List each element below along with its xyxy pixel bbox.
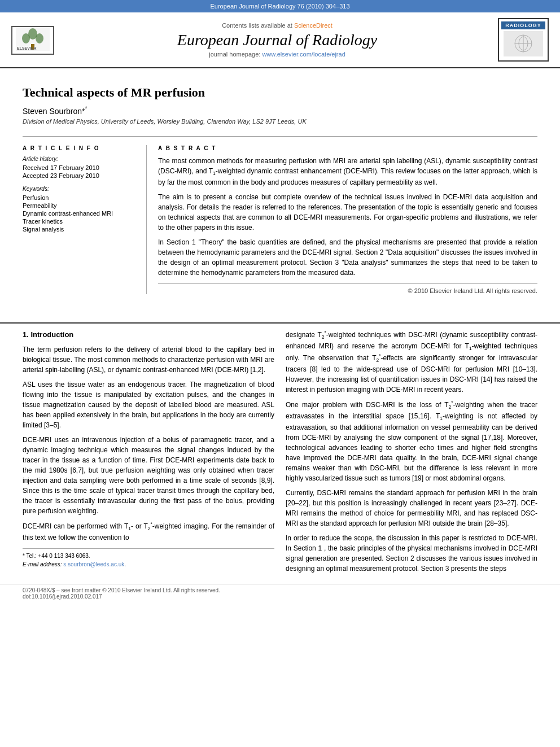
article-author: Steven Sourbron**	[23, 106, 537, 116]
sciencedirect-line: Contents lists available at ScienceDirec…	[56, 22, 498, 29]
article-info-label: A R T I C L E I N F O	[23, 145, 138, 151]
article-content: Technical aspects of MR perfusion Steven…	[0, 68, 560, 317]
keywords-label: Keywords:	[23, 186, 138, 192]
keyword-4: Signal analysis	[23, 226, 138, 233]
article-meta-section: A R T I C L E I N F O Article history: R…	[23, 136, 537, 294]
body-right-para-1: One major problem with DSC-MRI is the lo…	[286, 399, 537, 483]
accepted-date: Accepted 23 February 2010	[23, 172, 138, 179]
copyright: © 2010 Elsevier Ireland Ltd. All rights …	[158, 283, 537, 294]
footnote-2: E-mail address: s.sourbron@leeds.ac.uk.	[23, 560, 274, 569]
doi-line: doi:10.1016/j.ejrad.2010.02.017	[23, 593, 537, 600]
body-left-para-0: The term perfusion refers to the deliver…	[23, 344, 274, 375]
body-left-col: 1. Introduction The term perfusion refer…	[23, 329, 274, 578]
top-bar: European Journal of Radiology 76 (2010) …	[0, 0, 560, 12]
radiology-logo-title: RADIOLOGY	[501, 21, 545, 29]
abstract-para-0: The most common methods for measuring pe…	[158, 156, 537, 187]
body-columns: 1. Introduction The term perfusion refer…	[0, 329, 560, 578]
sciencedirect-link[interactable]: ScienceDirect	[294, 22, 333, 29]
journal-homepage: journal homepage: www.elsevier.com/locat…	[56, 51, 498, 58]
top-bar-text: European Journal of Radiology 76 (2010) …	[210, 3, 349, 10]
body-left-para-3: DCE-MRI can be performed with T1- or T2*…	[23, 521, 274, 543]
elsevier-name: ELSEVIER	[16, 28, 50, 53]
abstract-col: A B S T R A C T The most common methods …	[158, 145, 537, 294]
main-divider	[0, 322, 560, 324]
footnote-1: * Tel.: +44 0 113 343 6063.	[23, 552, 274, 560]
journal-url[interactable]: www.elsevier.com/locate/ejrad	[262, 51, 345, 58]
abstract-label: A B S T R A C T	[158, 145, 537, 151]
radiology-logo-image	[504, 31, 543, 56]
abstract-para-1: The aim is to present a concise but comp…	[158, 192, 537, 233]
body-left-para-2: DCE-MRI uses an intravenous injection of…	[23, 435, 274, 516]
body-right-para-3: In order to reduce the scope, the discus…	[286, 533, 537, 574]
radiology-logo: RADIOLOGY	[498, 18, 549, 62]
keyword-2: Dynamic contrast-enhanced MRI	[23, 210, 138, 217]
body-right-para-2: Currently, DSC-MRI remains the standard …	[286, 488, 537, 528]
elsevier-logo-box: ELSEVIER	[11, 26, 54, 55]
email-link[interactable]: s.sourbron@leeds.ac.uk	[63, 561, 124, 567]
article-affiliation: Division of Medical Physics, University …	[23, 118, 537, 125]
svg-text:ELSEVIER: ELSEVIER	[17, 46, 37, 50]
keywords-list: Perfusion Permeability Dynamic contrast-…	[23, 194, 138, 233]
body-right-para-0: designate T2*-weighted techniques with D…	[286, 329, 537, 395]
issn-line: 0720-048X/$ – see front matter © 2010 El…	[23, 587, 537, 593]
journal-title: European Journal of Radiology	[56, 31, 498, 49]
svg-point-2	[22, 33, 30, 43]
history-label: Article history:	[23, 156, 138, 162]
journal-header: ELSEVIER Contents lists available at Sci…	[0, 12, 560, 68]
body-left-para-1: ASL uses the tissue water as an endogeno…	[23, 379, 274, 430]
article-title: Technical aspects of MR perfusion	[23, 85, 537, 100]
article-info-col: A R T I C L E I N F O Article history: R…	[23, 145, 147, 294]
received-date: Received 17 February 2010	[23, 164, 138, 171]
section1-heading: 1. Introduction	[23, 329, 274, 340]
keyword-3: Tracer kinetics	[23, 218, 138, 225]
footnotes: * Tel.: +44 0 113 343 6063. E-mail addre…	[23, 548, 274, 571]
elsevier-logo: ELSEVIER	[11, 25, 56, 55]
body-right-col: designate T2*-weighted techniques with D…	[286, 329, 537, 578]
bottom-info: 0720-048X/$ – see front matter © 2010 El…	[0, 584, 560, 602]
abstract-para-2: In Section 1 "Theory" the basic quantiti…	[158, 237, 537, 278]
journal-header-center: Contents lists available at ScienceDirec…	[56, 22, 498, 58]
keyword-0: Perfusion	[23, 194, 138, 201]
keyword-1: Permeability	[23, 202, 138, 209]
svg-point-3	[36, 33, 43, 43]
